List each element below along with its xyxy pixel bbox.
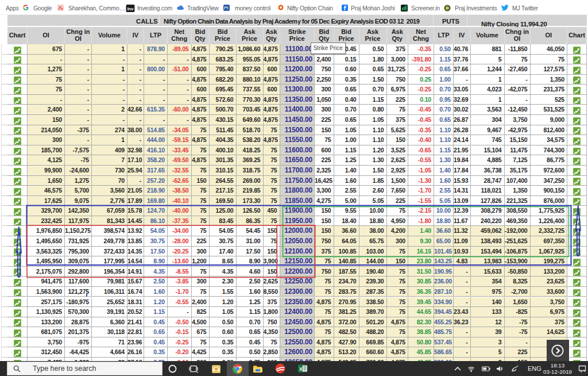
svg-text:Inv: Inv xyxy=(127,6,134,11)
svg-text:X: X xyxy=(299,366,303,372)
